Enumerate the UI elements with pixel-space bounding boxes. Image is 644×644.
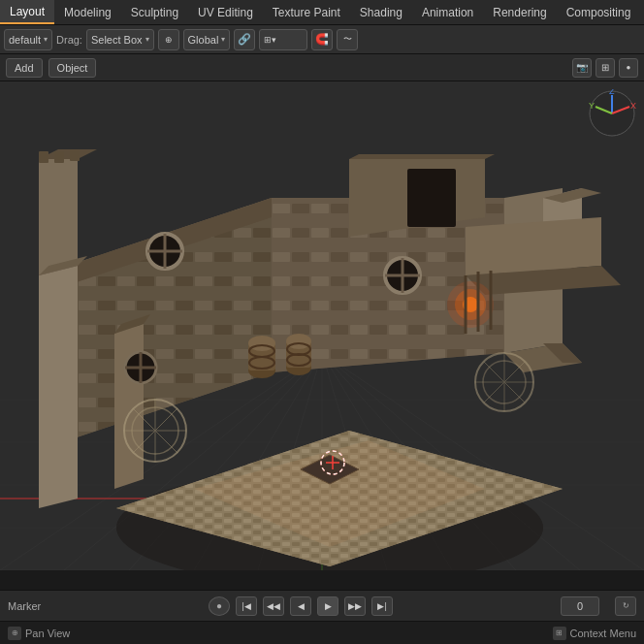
- scene-canvas: [0, 81, 644, 570]
- select-box-dropdown[interactable]: Select Box ▾: [86, 29, 154, 50]
- pan-view-status: ⊕ Pan View: [8, 627, 70, 640]
- menu-compositing[interactable]: Compositing: [557, 0, 641, 24]
- drag-label: Drag:: [56, 34, 82, 46]
- svg-text:Z: Z: [609, 89, 615, 96]
- axis-indicator: Z X Y: [588, 89, 636, 138]
- shading-dot-icon[interactable]: ●: [619, 58, 638, 78]
- pivot-icon-btn[interactable]: ⊕: [158, 29, 179, 50]
- svg-rect-99: [39, 151, 48, 163]
- marker-label: Marker: [8, 600, 41, 612]
- menu-shading[interactable]: Shading: [350, 0, 412, 24]
- toolbar: default ▾ Drag: Select Box ▾ ⊕ Global ▾ …: [0, 25, 644, 54]
- camera-icon[interactable]: 📷: [572, 58, 592, 78]
- overlay-icon[interactable]: ⊞: [596, 58, 615, 78]
- svg-point-88: [447, 281, 494, 328]
- skip-start-button[interactable]: |◀: [236, 596, 257, 616]
- menu-animation[interactable]: Animation: [412, 0, 483, 24]
- record-button[interactable]: ●: [209, 596, 230, 616]
- svg-marker-50: [349, 154, 495, 159]
- context-menu-status: ⊞ Context Menu: [553, 627, 636, 640]
- svg-marker-39: [39, 266, 78, 508]
- timeline-menu-button[interactable]: ↻: [615, 596, 636, 616]
- svg-point-78: [248, 336, 275, 351]
- menu-texture-paint[interactable]: Texture Paint: [263, 0, 350, 24]
- global-dropdown[interactable]: Global ▾: [183, 29, 231, 50]
- frame-number[interactable]: 0: [561, 596, 599, 616]
- context-menu-label: Context Menu: [570, 628, 636, 639]
- select-box-chevron-icon: ▾: [145, 35, 149, 44]
- play-button[interactable]: ▶: [317, 596, 338, 616]
- svg-marker-47: [466, 217, 601, 275]
- svg-rect-100: [54, 151, 64, 163]
- menu-modeling[interactable]: Modeling: [54, 0, 121, 24]
- pan-view-label: Pan View: [25, 628, 70, 639]
- svg-text:X: X: [630, 101, 636, 111]
- prev-frame-button[interactable]: ◀◀: [263, 596, 284, 616]
- svg-marker-41: [114, 324, 144, 489]
- mode-dropdown[interactable]: default ▾: [4, 29, 52, 50]
- wave-icon-btn[interactable]: 〜: [337, 29, 358, 50]
- object-button[interactable]: Object: [48, 58, 97, 78]
- snap-dropdown[interactable]: ⊞▾: [259, 29, 307, 50]
- svg-rect-101: [70, 149, 80, 161]
- mode-chevron-icon: ▾: [44, 35, 48, 44]
- proportional-icon-btn[interactable]: 🔗: [234, 29, 255, 50]
- global-chevron-icon: ▾: [221, 35, 225, 44]
- pan-icon: ⊕: [8, 627, 21, 640]
- svg-rect-51: [407, 169, 456, 227]
- viewport[interactable]: Z X Y: [0, 81, 644, 570]
- prev-button[interactable]: ◀: [290, 596, 311, 616]
- top-menu-bar: Layout Modeling Sculpting UV Editing Tex…: [0, 0, 644, 25]
- menu-layout[interactable]: Layout: [0, 0, 54, 24]
- menu-sculpting[interactable]: Sculpting: [121, 0, 188, 24]
- corner-icons-group: 📷 ⊞ ●: [572, 58, 638, 78]
- svg-text:Y: Y: [589, 101, 595, 111]
- menu-rendering[interactable]: Rendering: [483, 0, 556, 24]
- rmb-icon: ⊞: [553, 627, 566, 640]
- header-bar: Add Object 📷 ⊞ ●: [0, 54, 644, 81]
- svg-point-83: [286, 334, 311, 349]
- add-button[interactable]: Add: [6, 58, 43, 78]
- next-button[interactable]: ▶▶: [344, 596, 366, 616]
- magnet-icon-btn[interactable]: 🧲: [311, 29, 333, 50]
- skip-end-button[interactable]: ▶|: [371, 596, 393, 616]
- status-bar: ⊕ Pan View ⊞ Context Menu: [0, 621, 644, 644]
- menu-uv-editing[interactable]: UV Editing: [188, 0, 263, 24]
- timeline-bar: Marker ● |◀ ◀◀ ◀ ▶ ▶▶ ▶| 0 ↻: [0, 590, 644, 621]
- svg-marker-37: [39, 159, 78, 275]
